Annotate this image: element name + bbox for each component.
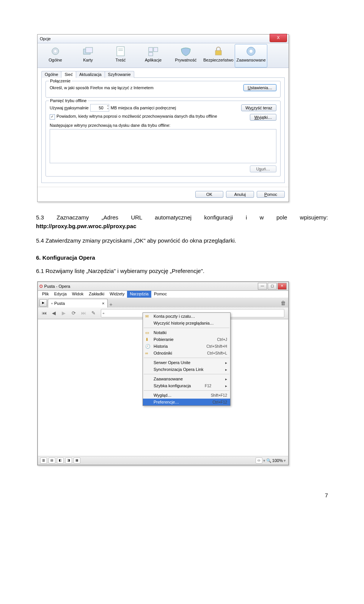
opera-logo-icon: O xyxy=(39,284,43,289)
doc-heading-6: 6. Konfiguracja Opera xyxy=(36,254,328,261)
notify-checkbox[interactable]: ✓ xyxy=(50,114,55,120)
svg-point-1 xyxy=(54,50,56,52)
home-button[interactable]: ⏭ xyxy=(80,309,87,317)
firefox-options-dialog: Opcje X Ogólne Karty Treść Aplikacje Pry… xyxy=(37,34,289,202)
status-icon[interactable]: ◧ xyxy=(57,457,64,464)
opera-window: O Pusta - Opera — ▢ ✕ Plik Edycja Widok … xyxy=(37,281,289,465)
cat-privacy[interactable]: Prywatność xyxy=(169,44,202,68)
maximize-button[interactable]: ▢ xyxy=(268,283,277,290)
opera-menubar: Plik Edycja Widok Zakładki Widżety Narzę… xyxy=(38,291,289,298)
svg-point-12 xyxy=(249,50,253,53)
panel-toggle-button[interactable]: ▶ xyxy=(39,299,47,307)
cat-content[interactable]: Treść xyxy=(104,44,137,68)
forward-button[interactable]: ▶ xyxy=(60,309,67,317)
reload-button[interactable]: ⟳ xyxy=(70,309,77,317)
settings-button[interactable]: Ustawienia… xyxy=(243,84,276,91)
menu-item[interactable]: Synchronizacja Opera Link▸ xyxy=(143,366,230,373)
tab-close-icon[interactable]: × xyxy=(102,301,104,306)
content-icon xyxy=(115,45,127,57)
menu-item-label: Pobieranie xyxy=(154,337,174,342)
menu-item[interactable]: ✉Konta poczty i czatu… xyxy=(143,313,230,320)
cancel-button[interactable]: Anuluj xyxy=(226,191,254,198)
clear-now-button[interactable]: Wyczyść teraz xyxy=(241,104,276,111)
subtab-update[interactable]: Aktualizacja xyxy=(76,71,105,78)
cat-general[interactable]: Ogólne xyxy=(39,44,72,68)
menu-edit[interactable]: Edycja xyxy=(52,291,69,298)
menu-item[interactable]: Serwer Opera Unite▸ xyxy=(143,359,230,366)
menu-item-icon: ∞ xyxy=(145,351,151,355)
menu-item[interactable]: 🕘HistoriaCtrl+Shift+H xyxy=(143,343,230,350)
close-button[interactable]: X xyxy=(270,34,287,42)
offline-sites-list[interactable] xyxy=(50,129,276,163)
exceptions-button[interactable]: Wyjątki… xyxy=(250,114,276,121)
minimize-button[interactable]: — xyxy=(258,283,267,290)
titlebar: Opcje X xyxy=(38,35,289,43)
gear-icon xyxy=(49,45,61,57)
menu-item[interactable]: ∞OdnośnikiCtrl+Shift+L xyxy=(143,350,230,356)
remove-button[interactable]: Usuń… xyxy=(250,166,276,172)
category-toolbar: Ogólne Karty Treść Aplikacje Prywatność … xyxy=(38,43,289,68)
view-mode-icon[interactable]: ▭ xyxy=(256,457,262,464)
menu-item[interactable]: Wyczyść historię przeglądania… xyxy=(143,320,230,326)
page-icon: ▫ xyxy=(51,301,53,306)
dialog-title: Opcje xyxy=(40,36,51,41)
menu-item[interactable]: ▭Notatki xyxy=(143,329,230,336)
status-icon[interactable]: ▦ xyxy=(74,457,80,464)
menu-item[interactable]: Zaawansowane▸ xyxy=(143,375,230,382)
cat-advanced[interactable]: Zaawansowane xyxy=(235,44,267,68)
offline-legend: Pamięć trybu offline xyxy=(49,98,88,103)
window-close-button[interactable]: ✕ xyxy=(278,283,287,290)
svg-rect-4 xyxy=(117,47,124,56)
menu-item[interactable]: Preferencje…Ctrl+F12 xyxy=(143,399,230,405)
subtab-network[interactable]: Sieć xyxy=(61,71,76,78)
help-button[interactable]: Pomoc xyxy=(257,191,285,198)
opera-title: Pusta - Opera xyxy=(44,284,70,289)
cache-size-input[interactable]: 50 xyxy=(90,104,109,112)
ok-button[interactable]: OK xyxy=(195,191,223,198)
menu-item-label: Wyczyść historię przeglądania… xyxy=(154,321,214,325)
menu-item-label: Synchronizacja Opera Link xyxy=(154,367,203,372)
subtab-bar: Ogólne Sieć Aktualizacja Szyfrowanie xyxy=(41,71,285,78)
cat-tabs[interactable]: Karty xyxy=(72,44,104,68)
lock-icon xyxy=(212,45,224,57)
sites-label: Następujące witryny przechowują na dysku… xyxy=(50,123,276,128)
cat-security[interactable]: Bezpieczeństwo xyxy=(202,44,235,68)
doc-icon: ▫ xyxy=(103,311,104,315)
opera-tabbar: ▶ ▫ Pusta × + 🗑 xyxy=(38,298,289,308)
cat-apps[interactable]: Aplikacje xyxy=(137,44,169,68)
subtab-encryption[interactable]: Szyfrowanie xyxy=(105,71,134,78)
back-button[interactable]: ◀ xyxy=(50,309,58,317)
browser-tab[interactable]: ▫ Pusta × xyxy=(48,299,108,308)
rewind-button[interactable]: ⏮ xyxy=(40,309,48,317)
zoom-level: 100% xyxy=(272,458,283,463)
menu-item-label: Notatki xyxy=(154,330,166,335)
connection-legend: Połączenie xyxy=(49,79,72,83)
menu-item[interactable]: ⬇PobieranieCtrl+J xyxy=(143,336,230,343)
menu-item-label: Wygląd… xyxy=(154,393,172,397)
offline-group: Pamięć trybu offline Używaj maksymalnie … xyxy=(46,101,281,177)
menu-item-label: Szybka konfiguracja xyxy=(154,383,191,388)
menu-file[interactable]: Plik xyxy=(39,291,52,298)
menu-help[interactable]: Pomoc xyxy=(151,291,169,298)
dialog-footer: OK Anuluj Pomoc xyxy=(38,187,289,202)
menu-item[interactable]: Szybka konfiguracjaF12▸ xyxy=(143,382,230,389)
menu-tools[interactable]: Narzędzia xyxy=(127,291,151,298)
wand-icon[interactable]: ✎ xyxy=(89,309,97,317)
doc-paragraph-53: 5.3 Zaznaczamy „Adres URL automatycznej … xyxy=(36,213,328,230)
connection-text: Określ, w jaki sposób Firefox ma się łąc… xyxy=(50,85,242,90)
menu-item-icon: 🕘 xyxy=(145,344,151,349)
new-tab-button[interactable]: + xyxy=(109,301,112,308)
menu-item[interactable]: Wygląd…Shift+F12 xyxy=(143,392,230,399)
menu-bookmarks[interactable]: Zakładki xyxy=(86,291,107,298)
menu-item-icon: ⬇ xyxy=(145,337,151,342)
status-icon[interactable]: ▤ xyxy=(49,457,55,464)
subtab-general[interactable]: Ogólne xyxy=(41,71,61,78)
tools-dropdown: ✉Konta poczty i czatu…Wyczyść historię p… xyxy=(143,312,231,406)
status-icon[interactable]: ▥ xyxy=(40,457,47,464)
menu-widgets[interactable]: Widżety xyxy=(107,291,127,298)
svg-rect-7 xyxy=(149,47,153,52)
status-icon[interactable]: ◨ xyxy=(65,457,72,464)
trash-icon[interactable]: 🗑 xyxy=(281,300,286,306)
mask-icon xyxy=(180,45,192,57)
menu-view[interactable]: Widok xyxy=(69,291,86,298)
